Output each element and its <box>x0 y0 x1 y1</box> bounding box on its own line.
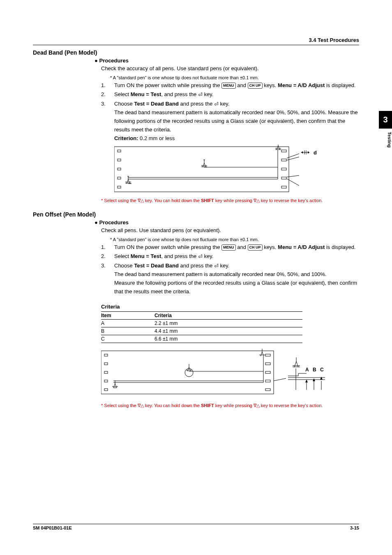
menu-key-icon: MENU <box>221 244 236 251</box>
step-3: Choose Test = Dead Band and press the ⏎ … <box>114 100 359 143</box>
step-3: Choose Test = Dead Band and press the ⏎ … <box>114 262 359 296</box>
svg-rect-7 <box>281 159 286 161</box>
enter-key-icon: ⏎ <box>214 100 219 109</box>
svg-rect-32 <box>104 354 108 356</box>
d-label: d <box>314 150 317 156</box>
svg-marker-63 <box>320 377 323 380</box>
header-rule <box>33 45 359 45</box>
page-number: 3-15 <box>350 525 359 530</box>
criteria-title: Criteria <box>101 304 359 310</box>
svg-rect-5 <box>118 186 121 188</box>
svg-rect-2 <box>118 159 121 161</box>
standard-pen-note: * A "standard pen" is one whose tip does… <box>110 236 359 243</box>
dead-band-intro: Check the accuracy of all pens. Use stan… <box>101 64 359 73</box>
svg-text:A: A <box>305 367 309 373</box>
step-number: 2. <box>101 252 114 261</box>
step-2: Select Menu = Test, and press the ⏎ key. <box>114 90 359 99</box>
step-number: 2. <box>101 90 114 99</box>
chup-key-icon: CH UP <box>248 83 263 89</box>
pen-offset-title: Pen Offset (Pen Model) <box>33 211 359 218</box>
svg-text:B: B <box>313 367 316 373</box>
table-row: B 4.4 ±1 mm <box>101 327 302 335</box>
pen-offset-diagram: A B C <box>101 349 359 398</box>
criteria-table: Item Criteria A 2.2 ±1 mm B 4.4 ±1 mm C <box>101 311 302 343</box>
table-row: C 6.6 ±1 mm <box>101 335 302 343</box>
svg-point-44 <box>185 368 193 377</box>
svg-rect-31 <box>101 351 274 394</box>
nabla-key-icon: ∇△ <box>138 198 144 203</box>
page-footer: SM 04P01B01-01E 3-15 <box>33 524 359 530</box>
step-1: Turn ON the power switch while pressing … <box>114 81 359 90</box>
svg-rect-34 <box>104 371 108 373</box>
svg-text:C: C <box>320 367 324 373</box>
nabla-key-icon: ∇△ <box>138 403 144 408</box>
dead-band-diagram: d <box>114 145 359 194</box>
svg-rect-0 <box>114 147 289 192</box>
svg-rect-33 <box>104 363 108 365</box>
step-number: 1. <box>101 243 114 252</box>
svg-rect-37 <box>265 354 270 356</box>
chapter-number: 3 <box>379 111 392 129</box>
red-footnote: * Select using the ∇△ key. You can hold … <box>101 402 359 409</box>
svg-rect-6 <box>281 150 286 152</box>
section-header: 3.4 Test Procedures <box>33 37 359 43</box>
svg-rect-4 <box>118 177 121 179</box>
chapter-label: Testing <box>379 129 392 147</box>
svg-rect-3 <box>118 168 121 170</box>
svg-rect-38 <box>265 363 270 365</box>
pen-offset-intro: Check all pens. Use standard pens (or eq… <box>101 226 359 235</box>
svg-rect-40 <box>265 380 270 382</box>
step-1: Turn ON the power switch while pressing … <box>114 243 359 252</box>
svg-rect-8 <box>281 168 286 170</box>
table-header: Item <box>101 311 154 319</box>
step-number: 3. <box>101 100 114 143</box>
enter-key-icon: ⏎ <box>214 262 219 271</box>
enter-key-icon: ⏎ <box>198 91 203 99</box>
step-number: 1. <box>101 81 114 90</box>
red-footnote: * Select using the ∇△ key. You can hold … <box>101 197 359 204</box>
svg-marker-27 <box>301 151 303 154</box>
svg-marker-59 <box>305 380 308 382</box>
procedures-heading: ● Procedures <box>95 58 359 64</box>
svg-rect-9 <box>281 177 286 179</box>
step-number: 3. <box>101 262 114 296</box>
nabla-key-icon: ∇△ <box>254 403 260 408</box>
svg-rect-10 <box>281 186 286 188</box>
doc-number: SM 04P01B01-01E <box>33 525 72 530</box>
chup-key-icon: CH UP <box>248 244 263 251</box>
svg-rect-41 <box>265 389 270 391</box>
table-row: A 2.2 ±1 mm <box>101 319 302 327</box>
svg-line-51 <box>274 378 286 381</box>
svg-rect-39 <box>265 371 270 373</box>
procedures-heading: ● Procedures <box>95 219 359 226</box>
step-2: Select Menu = Test, and press the ⏎ key. <box>114 252 359 261</box>
standard-pen-note: * A "standard pen" is one whose tip does… <box>110 74 359 81</box>
chapter-tab: 3 Testing <box>379 111 392 147</box>
dead-band-title: Dead Band (Pen Model) <box>33 49 359 56</box>
menu-key-icon: MENU <box>221 83 236 89</box>
svg-marker-30 <box>308 151 309 154</box>
nabla-key-icon: ∇△ <box>254 198 260 203</box>
enter-key-icon: ⏎ <box>198 253 203 261</box>
table-header: Criteria <box>154 311 302 319</box>
svg-rect-36 <box>104 389 108 391</box>
svg-rect-35 <box>104 380 108 382</box>
svg-rect-1 <box>118 150 121 152</box>
